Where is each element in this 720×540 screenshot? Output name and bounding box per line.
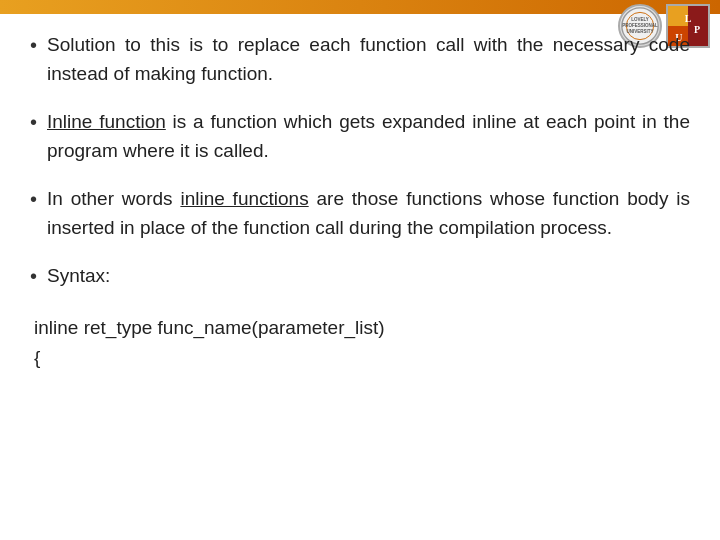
inline-functions-underline: inline functions: [180, 188, 308, 209]
bullet-point-3: •: [30, 184, 37, 214]
bullet-item-2: • Inline function is a function which ge…: [30, 107, 690, 166]
bullet-text-3: In other words inline functions are thos…: [47, 184, 690, 243]
bullet-text-1: Solution to this is to replace each func…: [47, 30, 690, 89]
top-bar: [0, 0, 720, 14]
bullet-item-3: • In other words inline functions are th…: [30, 184, 690, 243]
bullet-point-2: •: [30, 107, 37, 137]
bullet-item-4: • Syntax:: [30, 261, 690, 291]
code-line-2: {: [34, 343, 690, 373]
code-line-1: inline ret_type func_name(parameter_list…: [34, 313, 690, 343]
bullet-point-4: •: [30, 261, 37, 291]
bullet-text-2: Inline function is a function which gets…: [47, 107, 690, 166]
main-content: • Solution to this is to replace each fu…: [30, 20, 690, 520]
bullet-point-1: •: [30, 30, 37, 60]
svg-text:P: P: [694, 24, 700, 35]
bullet-text-4: Syntax:: [47, 261, 110, 290]
bullet-item-1: • Solution to this is to replace each fu…: [30, 30, 690, 89]
code-block: inline ret_type func_name(parameter_list…: [34, 313, 690, 374]
inline-underline: Inline function: [47, 111, 166, 132]
